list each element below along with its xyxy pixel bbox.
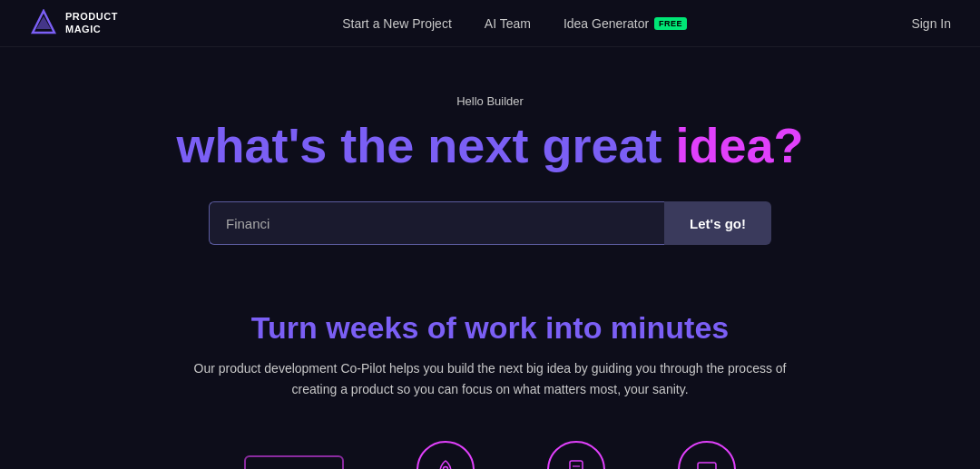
nav-ai-team[interactable]: AI Team [485, 16, 531, 31]
features-section: Turn weeks of work into minutes Our prod… [0, 288, 980, 469]
free-badge: FREE [654, 17, 687, 30]
navbar: PRODUCT MAGIC Start a New Project AI Tea… [0, 0, 980, 47]
logo-text: PRODUCT MAGIC [65, 11, 118, 34]
hero-title-idea: idea? [675, 118, 803, 172]
nav-links: Start a New Project AI Team Idea Generat… [342, 16, 687, 31]
nav-idea-generator[interactable]: Idea Generator FREE [564, 16, 687, 31]
logo-icon [29, 9, 58, 38]
svg-rect-7 [698, 463, 716, 469]
signin-link[interactable]: Sign In [911, 16, 951, 31]
features-title: Turn weeks of work into minutes [251, 310, 729, 346]
features-description: Our product development Co-Pilot helps y… [181, 358, 799, 400]
milestones-circle [416, 441, 475, 469]
process-step-resourcing: Resourcing [678, 441, 736, 469]
search-button[interactable]: Let's go! [664, 201, 771, 245]
hero-title-great: great [542, 118, 662, 172]
process-step-brief: Product Brief [547, 441, 605, 469]
rocket-icon [433, 457, 458, 469]
search-row: Let's go! [209, 201, 771, 245]
process-step-milestones: Milestones [416, 441, 475, 469]
hero-title: what's the next great idea? [176, 119, 803, 172]
process-diagram: Milestones Product Brief [244, 441, 736, 469]
hero-title-space [662, 118, 675, 172]
svg-rect-3 [570, 461, 583, 469]
monitor-icon [694, 457, 720, 469]
nav-start-project[interactable]: Start a New Project [342, 16, 452, 31]
hero-title-blue: what's the next [176, 118, 542, 172]
brief-circle [547, 441, 605, 469]
resourcing-circle [678, 441, 736, 469]
hero-subtitle: Hello Builder [456, 94, 524, 108]
hero-section: Hello Builder what's the next great idea… [0, 47, 980, 288]
logo[interactable]: PRODUCT MAGIC [29, 9, 118, 38]
process-box-left [244, 455, 344, 469]
search-input[interactable] [209, 201, 664, 245]
document-icon [564, 457, 589, 469]
